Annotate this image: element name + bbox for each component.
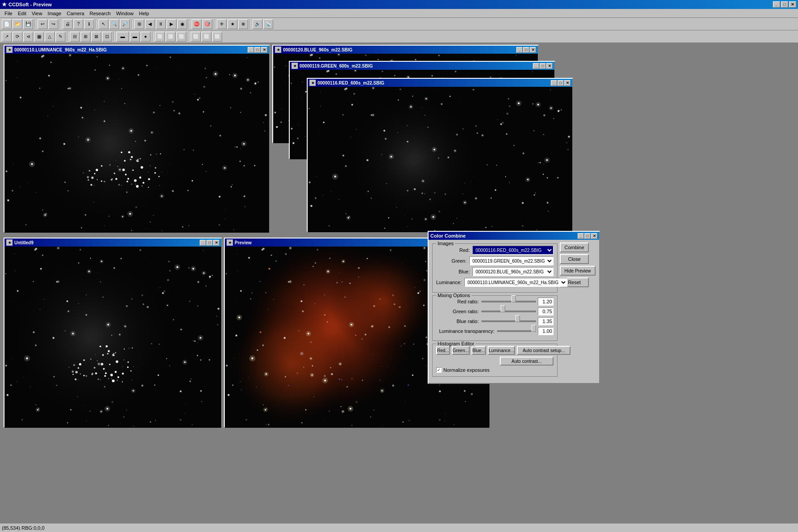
save-button[interactable]: 💾	[23, 19, 33, 29]
luminance-maximize[interactable]: □	[254, 47, 261, 53]
green-minimize[interactable]: _	[533, 63, 539, 69]
prev-button[interactable]: ◀	[145, 19, 155, 29]
red-maximize[interactable]: □	[558, 80, 564, 86]
close-button[interactable]: Close	[560, 254, 589, 264]
red-icon: ★	[309, 80, 316, 86]
next-button[interactable]: ▶	[167, 19, 176, 29]
dialog-minimize[interactable]: _	[578, 233, 584, 239]
tool1[interactable]: ↗	[2, 32, 12, 42]
normalize-checkbox[interactable]: ✓	[436, 367, 442, 373]
blue-select[interactable]: 00000120.BLUE_960s_m22.SBIG	[472, 267, 553, 276]
menu-help[interactable]: Help	[136, 10, 152, 17]
luminance-hist-button[interactable]: Luminance...	[488, 346, 515, 355]
green-titlebar[interactable]: ★ 00000119.GREEN_600s_m22.SBIG _ □ ✕	[290, 62, 554, 70]
focus-button[interactable]: 🎯	[202, 19, 212, 29]
blue-ratio-value: 1.35	[538, 317, 553, 325]
stop-button[interactable]: ⛔	[192, 19, 202, 29]
luminance-trans-thumb[interactable]	[532, 325, 536, 332]
untitled-maximize[interactable]: □	[206, 240, 213, 246]
open-button[interactable]: 📂	[13, 19, 22, 29]
track-button[interactable]: ⊕	[238, 19, 248, 29]
blue-maximize[interactable]: □	[523, 47, 529, 53]
menu-window[interactable]: Window	[113, 10, 136, 17]
red-titlebar[interactable]: ★ 00000116.RED_600s_m22.SBIG _ □ ✕	[308, 79, 572, 87]
untitled-window: ★ Untitled9 _ □ ✕	[4, 238, 222, 428]
blue-minimize[interactable]: _	[516, 47, 523, 53]
pause-button[interactable]: ⏸	[156, 19, 166, 29]
green-hist-button[interactable]: Green...	[452, 346, 470, 355]
print-button[interactable]: 🖨	[63, 19, 73, 29]
tool17[interactable]: ⬜	[191, 32, 201, 42]
red-ratio-thumb[interactable]	[511, 295, 516, 302]
dialog-close[interactable]: ✕	[591, 233, 597, 239]
tool6[interactable]: ✎	[56, 32, 65, 42]
untitled-titlebar[interactable]: ★ Untitled9 _ □ ✕	[4, 238, 221, 247]
tool9[interactable]: ⊠	[91, 32, 101, 42]
menu-image[interactable]: Image	[45, 10, 64, 17]
red-hist-button[interactable]: Red...	[436, 346, 450, 355]
tool8[interactable]: ⊞	[81, 32, 90, 42]
untitled-close[interactable]: ✕	[213, 240, 219, 246]
combine-button[interactable]: Combine	[560, 243, 589, 252]
about-button[interactable]: ℹ	[84, 19, 94, 29]
green-ratio-thumb[interactable]	[501, 305, 505, 312]
green-ratio-row: Green ratio: 0.75	[436, 307, 553, 315]
capture-button[interactable]: ◉	[177, 19, 187, 29]
red-minimize[interactable]: _	[551, 80, 557, 86]
green-select[interactable]: 00000119.GREEN_600s_m22.SBIG	[469, 256, 553, 265]
luminance-close[interactable]: ✕	[261, 47, 267, 53]
zoom-in-button[interactable]: 🔍	[109, 19, 119, 29]
undo-button[interactable]: ↩	[38, 19, 47, 29]
tool3[interactable]: ⊲	[23, 32, 33, 42]
tool5[interactable]: △	[45, 32, 55, 42]
tool4[interactable]: ▦	[34, 32, 44, 42]
untitled-minimize[interactable]: _	[200, 240, 206, 246]
app-minimize-button[interactable]: _	[773, 1, 780, 8]
tool11[interactable]: ▬	[116, 32, 129, 42]
luminance-titlebar[interactable]: ★ 00000110.LUMINANCE_960s_m22_Ha.SBIG _ …	[4, 46, 269, 54]
star-button[interactable]: ★	[227, 19, 237, 29]
blue-ratio-thumb[interactable]	[515, 315, 520, 322]
signal-button[interactable]: 📡	[263, 19, 273, 29]
tool7[interactable]: ⊟	[70, 32, 80, 42]
blue-close[interactable]: ✕	[530, 47, 536, 53]
tool15[interactable]: ⬜	[166, 32, 176, 42]
menu-camera[interactable]: Camera	[64, 10, 87, 17]
green-maximize[interactable]: □	[540, 63, 546, 69]
auto-contrast-button[interactable]: Auto contrast...	[500, 357, 553, 366]
speaker-button[interactable]: 🔊	[253, 19, 262, 29]
menu-edit[interactable]: Edit	[15, 10, 29, 17]
tool16[interactable]: ⬜	[176, 32, 186, 42]
help-button[interactable]: ?	[73, 19, 83, 29]
tool10[interactable]: ⊡	[102, 32, 112, 42]
blue-hist-button[interactable]: Blue...	[472, 346, 486, 355]
menu-research[interactable]: Research	[87, 10, 113, 17]
app-maximize-button[interactable]: □	[781, 1, 788, 8]
tool2[interactable]: ⟳	[13, 32, 22, 42]
menu-file[interactable]: File	[2, 10, 15, 17]
redo-button[interactable]: ↪	[48, 19, 58, 29]
auto-contrast-setup-button[interactable]: Auto contrast setup...	[517, 346, 571, 355]
new-button[interactable]: 📄	[2, 19, 12, 29]
dialog-maximize[interactable]: □	[584, 233, 591, 239]
luminance-select[interactable]: 00000110.LUMINANCE_960s_m22_Ha.SBIG	[464, 278, 567, 287]
blue-titlebar[interactable]: ★ 00000120.BLUE_960s_m22.SBIG _ □ ✕	[273, 46, 538, 54]
grid-button[interactable]: ⊞	[134, 19, 144, 29]
tool14[interactable]: ⬜	[155, 32, 165, 42]
red-select[interactable]: 00000116.RED_600s_m22.SBIG	[472, 246, 553, 255]
green-close[interactable]: ✕	[546, 63, 553, 69]
crosshair-button[interactable]: ✛	[217, 19, 227, 29]
tool12[interactable]: ▬	[130, 32, 140, 42]
app-close-button[interactable]: ✕	[789, 1, 796, 8]
tool19[interactable]: ⬜	[212, 32, 222, 42]
menu-view[interactable]: View	[29, 10, 45, 17]
zoom-out-button[interactable]: 🔎	[120, 19, 130, 29]
hide-preview-button[interactable]: Hide Preview	[560, 266, 596, 276]
cursor-button[interactable]: ↖	[99, 19, 108, 29]
tool18[interactable]: ⬜	[202, 32, 211, 42]
luminance-minimize[interactable]: _	[248, 47, 254, 53]
red-image	[308, 87, 572, 232]
color-combine-titlebar[interactable]: Color Combine _ □ ✕	[429, 232, 599, 240]
tool13[interactable]: ●	[141, 32, 150, 42]
red-close[interactable]: ✕	[564, 80, 571, 86]
